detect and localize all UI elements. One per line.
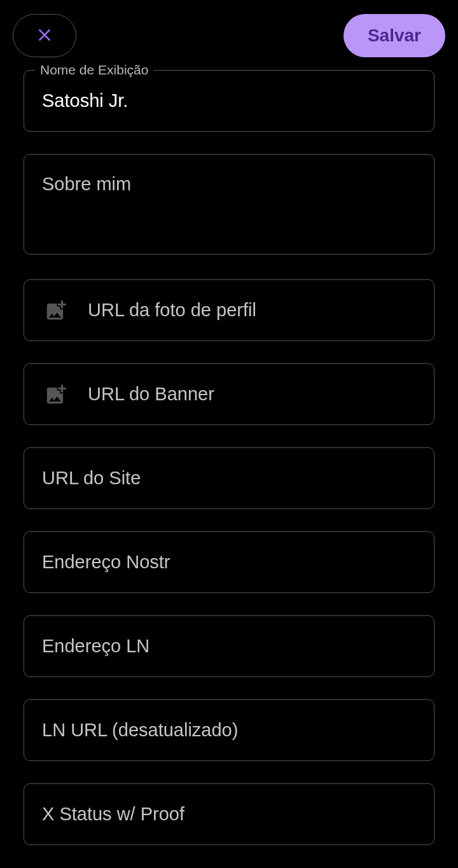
profile-form: Nome de Exibição (0, 70, 458, 845)
save-button[interactable]: Salvar (344, 14, 445, 57)
header: Salvar (0, 0, 458, 70)
display-name-input[interactable] (24, 70, 434, 132)
banner-field-wrapper (24, 363, 434, 425)
display-name-field-wrapper: Nome de Exibição (24, 70, 434, 132)
about-input[interactable] (24, 154, 434, 255)
nostr-address-field-wrapper (24, 531, 434, 593)
add-image-icon (44, 382, 68, 407)
close-button[interactable] (13, 14, 76, 57)
profile-photo-url-input[interactable] (24, 279, 434, 341)
add-image-icon (44, 298, 68, 323)
display-name-label: Nome de Exibição (35, 62, 153, 78)
banner-url-input[interactable] (24, 363, 434, 425)
nostr-address-input[interactable] (24, 531, 434, 593)
close-icon (36, 27, 53, 45)
ln-address-field-wrapper (24, 615, 434, 677)
x-status-input[interactable] (24, 783, 434, 845)
profile-photo-field-wrapper (24, 279, 434, 341)
website-field-wrapper (24, 447, 434, 509)
about-field-wrapper (24, 154, 434, 257)
website-url-input[interactable] (24, 447, 434, 509)
x-status-field-wrapper (24, 783, 434, 845)
ln-url-input[interactable] (24, 699, 434, 761)
ln-address-input[interactable] (24, 615, 434, 677)
ln-url-field-wrapper (24, 699, 434, 761)
